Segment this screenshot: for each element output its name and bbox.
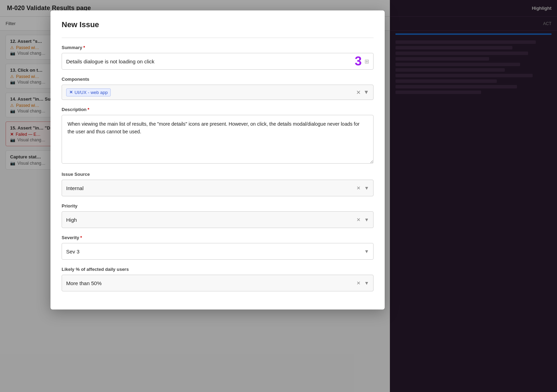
components-field-group: Components ✕ UI/UX - web app ✕ ▼ [62, 77, 374, 100]
affected-users-controls: ✕ ▼ [356, 280, 369, 286]
description-required-star: * [88, 107, 89, 112]
summary-label: Summary * [62, 45, 374, 50]
priority-value: High [66, 217, 77, 223]
issue-source-controls: ✕ ▼ [356, 185, 369, 191]
components-label: Components [62, 77, 374, 82]
affected-users-field-group: Likely % of affected daily users More th… [62, 267, 374, 291]
summary-step-number: 3 [355, 55, 362, 68]
description-label: Description * [62, 107, 374, 112]
severity-field-group: Severity * Sev 3 ▼ [62, 235, 374, 260]
severity-controls: ▼ [364, 249, 369, 254]
summary-input-wrap[interactable]: 3 ⊞ [62, 53, 374, 70]
tag-remove-button[interactable]: ✕ [69, 90, 73, 95]
clear-issue-source-button[interactable]: ✕ [356, 185, 361, 191]
severity-select[interactable]: Sev 3 ▼ [62, 243, 374, 260]
priority-field-group: Priority High ✕ ▼ [62, 203, 374, 228]
summary-input[interactable] [66, 58, 351, 64]
clear-affected-users-button[interactable]: ✕ [356, 280, 361, 286]
severity-value: Sev 3 [66, 249, 79, 254]
new-issue-modal: New Issue Summary * 3 ⊞ Components ✕ UI/… [50, 10, 385, 309]
modal-title: New Issue [62, 20, 374, 29]
description-textarea[interactable]: When viewing the main list of results, t… [62, 115, 374, 164]
issue-source-select[interactable]: Internal ✕ ▼ [62, 180, 374, 196]
issue-source-label: Issue Source [62, 172, 374, 177]
severity-chevron-down-icon[interactable]: ▼ [364, 249, 369, 254]
summary-required-star: * [83, 45, 85, 50]
affected-users-label: Likely % of affected daily users [62, 267, 374, 272]
summary-field-group: Summary * 3 ⊞ [62, 45, 374, 70]
components-tag: ✕ UI/UX - web app [66, 88, 111, 96]
components-select-actions: ✕ ▼ [356, 89, 369, 96]
modal-divider [62, 38, 374, 38]
description-field-group: Description * When viewing the main list… [62, 107, 374, 165]
issue-source-chevron-down-icon[interactable]: ▼ [364, 185, 369, 191]
issue-source-value: Internal [66, 185, 84, 191]
affected-users-chevron-down-icon[interactable]: ▼ [364, 280, 369, 286]
priority-controls: ✕ ▼ [356, 217, 369, 222]
priority-label: Priority [62, 203, 374, 209]
severity-label: Severity * [62, 235, 374, 240]
components-chevron-down-icon[interactable]: ▼ [363, 89, 369, 95]
priority-select[interactable]: High ✕ ▼ [62, 211, 374, 228]
issue-source-field-group: Issue Source Internal ✕ ▼ [62, 172, 374, 196]
severity-required-star: * [80, 235, 82, 240]
clear-priority-button[interactable]: ✕ [356, 217, 361, 222]
clear-components-button[interactable]: ✕ [356, 89, 361, 96]
affected-users-value: More than 50% [66, 280, 102, 286]
affected-users-select[interactable]: More than 50% ✕ ▼ [62, 275, 374, 291]
summary-grid-icon: ⊞ [364, 58, 369, 65]
components-select[interactable]: ✕ UI/UX - web app ✕ ▼ [62, 85, 374, 100]
priority-chevron-down-icon[interactable]: ▼ [364, 217, 369, 222]
